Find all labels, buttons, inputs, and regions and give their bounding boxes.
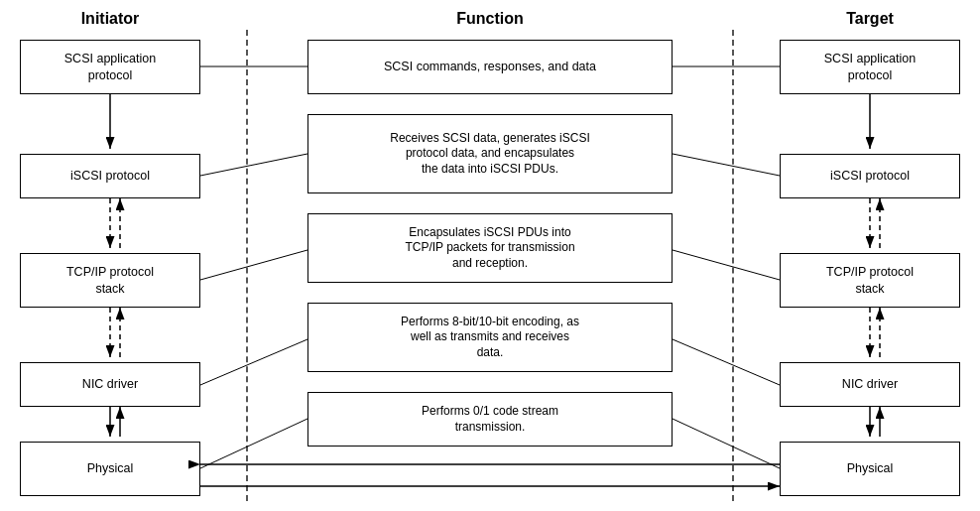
function-physical-box: Performs 0/1 code streamtransmission. (307, 392, 673, 447)
target-scsi-box: SCSI applicationprotocol (780, 40, 960, 94)
svg-line-24 (200, 339, 307, 385)
svg-line-28 (200, 419, 307, 468)
initiator-scsi-box: SCSI applicationprotocol (20, 40, 200, 94)
function-nic-box: Performs 8-bit/10-bit encoding, aswell a… (307, 303, 673, 372)
initiator-physical-box: Physical (20, 442, 200, 496)
right-divider (732, 30, 734, 501)
target-iscsi-box: iSCSI protocol (780, 154, 960, 198)
function-title: Function (307, 10, 673, 28)
target-tcpip-box: TCP/IP protocolstack (780, 253, 960, 308)
function-tcpip-box: Encapsulates iSCSI PDUs intoTCP/IP packe… (307, 213, 673, 283)
diagram: Initiator Function Target SCSI applicati… (0, 0, 980, 511)
svg-line-29 (673, 419, 780, 468)
initiator-nic-box: NIC driver (20, 362, 200, 407)
svg-line-21 (673, 154, 780, 176)
target-title: Target (780, 10, 960, 28)
initiator-title: Initiator (20, 10, 200, 28)
svg-line-22 (200, 250, 307, 280)
function-scsi-box: SCSI commands, responses, and data (307, 40, 673, 94)
svg-line-20 (200, 154, 307, 176)
svg-line-23 (673, 250, 780, 280)
target-nic-box: NIC driver (780, 362, 960, 407)
initiator-iscsi-box: iSCSI protocol (20, 154, 200, 198)
function-iscsi-box: Receives SCSI data, generates iSCSIproto… (307, 114, 673, 193)
svg-line-25 (673, 339, 780, 385)
target-physical-box: Physical (780, 442, 960, 496)
initiator-tcpip-box: TCP/IP protocolstack (20, 253, 200, 308)
left-divider (246, 30, 248, 501)
